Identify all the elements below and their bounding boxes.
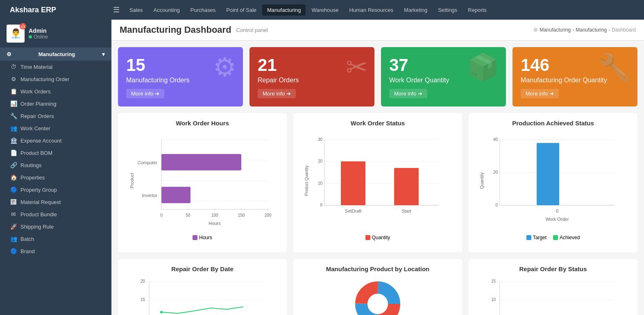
sidebar-item-property-group[interactable]: 🔵 Property Group — [0, 184, 111, 196]
svg-text:15: 15 — [141, 297, 145, 302]
expense-account-icon: 🏦 — [10, 137, 17, 144]
sidebar-item-routings[interactable]: 🔗 Routings — [0, 159, 111, 171]
more-info-button[interactable]: More info ➜ — [389, 89, 427, 98]
breadcrumb-manufacturing2[interactable]: Manufacturing — [576, 27, 607, 33]
sidebar-item-expense-account[interactable]: 🏦 Expense Account — [0, 134, 111, 147]
kpi-bg-icon: ✂ — [346, 52, 368, 82]
svg-text:10: 10 — [318, 181, 323, 186]
svg-text:0: 0 — [320, 203, 322, 207]
sidebar-item-product-bundle[interactable]: ✉ Product Bundle — [0, 208, 111, 220]
more-info-button[interactable]: More info ➜ — [126, 89, 164, 98]
sidebar-user-area: 👨‍💼 ⏻ Admin Online — [0, 20, 111, 48]
content-body: ⚙ 15 Manufacturing Orders More info ➜ ✂ … — [111, 41, 644, 315]
nav-settings[interactable]: Settings — [433, 5, 462, 16]
sidebar-item-repair-orders[interactable]: 🔧 Repair Orders — [0, 110, 111, 122]
legend-label: Hours — [199, 235, 212, 240]
sidebar-item-label: Properties — [20, 174, 45, 181]
svg-text:40: 40 — [493, 137, 498, 142]
svg-text:0: 0 — [160, 213, 163, 218]
sidebar-item-label: Time Material — [20, 64, 52, 70]
material-request-icon: 🅿 — [10, 199, 17, 205]
chevron-down-icon: ▾ — [102, 51, 105, 57]
sidebar-item-label: Shipping Rule — [20, 224, 54, 230]
more-info-button[interactable]: More info ➜ — [258, 89, 296, 98]
work-order-hours-chart: Work Order Hours Product Computer — [118, 113, 287, 252]
work-order-hours-svg: Product Computer Invertor — [125, 131, 280, 230]
sidebar-item-shipping-rule[interactable]: 🚀 Shipping Rule — [0, 220, 111, 233]
work-center-icon: 👥 — [10, 125, 17, 131]
sidebar-item-label: Work Center — [20, 125, 50, 131]
svg-text:100: 100 — [211, 213, 218, 218]
sidebar-item-work-orders[interactable]: 📋 Work Orders — [0, 85, 111, 97]
kpi-bg-icon: 🔧 — [598, 52, 631, 83]
sidebar-item-label: Routings — [20, 162, 41, 168]
repair-order-by-status-chart: Repair Order By Status 15 10 — [469, 259, 637, 315]
sidebar-item-manufacturing-order[interactable]: ⚙ Manufacturing Order — [0, 73, 111, 85]
nav-sales[interactable]: Sales — [125, 5, 148, 16]
breadcrumb-manufacturing1[interactable]: Manufacturing — [540, 27, 571, 33]
sidebar-item-label: Product Bundle — [20, 211, 57, 218]
sidebar-item-work-center[interactable]: 👥 Work Center — [0, 122, 111, 134]
arrow-icon: ➜ — [155, 91, 159, 97]
legend-color — [365, 235, 370, 240]
avatar-badge: ⏻ — [20, 23, 26, 29]
svg-rect-32 — [341, 161, 365, 205]
chart-title: Work Order Status — [300, 120, 456, 127]
kpi-repair-orders: ✂ 21 Repair Orders More info ➜ — [249, 47, 374, 107]
chart-legend: Quantity — [300, 235, 456, 240]
status-indicator — [29, 35, 32, 39]
svg-text:Product: Product — [129, 173, 134, 188]
svg-text:Work Order: Work Order — [546, 217, 569, 222]
svg-rect-45 — [537, 143, 559, 205]
shipping-rule-icon: 🚀 — [10, 223, 17, 230]
more-info-label: More info — [526, 91, 548, 97]
svg-text:15: 15 — [491, 279, 496, 283]
more-info-label: More info — [394, 91, 416, 97]
nav-manufacturing[interactable]: Manufacturing — [262, 5, 306, 16]
chart-title: Work Order Hours — [125, 120, 280, 127]
bottom-charts-row: Repair Order By Date 20 15 Manufact — [118, 259, 637, 315]
breadcrumb-sep2: › — [608, 27, 610, 33]
sidebar: 👨‍💼 ⏻ Admin Online ⚙ Manufacturing ▾ ⏱ — [0, 20, 111, 315]
svg-text:20: 20 — [141, 279, 145, 283]
nav-purchases[interactable]: Purchases — [186, 5, 220, 16]
nav-pos[interactable]: Point of Sale — [221, 5, 261, 16]
sidebar-item-product-bom[interactable]: 📄 Product BOM — [0, 147, 111, 159]
sidebar-item-properties[interactable]: 🏠 Properties — [0, 171, 111, 184]
legend-color — [193, 235, 197, 240]
sidebar-item-order-planning[interactable]: 📊 Order Planning — [0, 97, 111, 110]
breadcrumb-dashboard: Dashboard — [612, 27, 636, 33]
nav-hr[interactable]: Human Resources — [344, 5, 398, 16]
arrow-icon: ➜ — [286, 91, 291, 97]
kpi-work-order-qty: 📦 37 Work Order Quantity More info ➜ — [381, 47, 506, 107]
nav-reports[interactable]: Reports — [463, 5, 492, 16]
svg-text:30: 30 — [318, 137, 323, 142]
sidebar-item-time-material[interactable]: ⏱ Time Material — [0, 61, 111, 73]
sidebar-items-list: ⏱ Time Material ⚙ Manufacturing Order 📋 … — [0, 61, 111, 257]
chart-title: Repair Order By Status — [475, 265, 631, 272]
sidebar-item-brand[interactable]: 🔵 Brand — [0, 245, 111, 257]
kpi-row: ⚙ 15 Manufacturing Orders More info ➜ ✂ … — [118, 47, 637, 107]
nav-marketing[interactable]: Marketing — [399, 5, 432, 16]
nav-accounting[interactable]: Accounting — [149, 5, 185, 16]
arrow-icon: ➜ — [549, 91, 554, 97]
arrow-icon: ➜ — [418, 91, 422, 97]
more-info-button[interactable]: More info ➜ — [521, 89, 559, 98]
charts-row: Work Order Hours Product Computer — [118, 113, 637, 252]
svg-rect-9 — [161, 154, 241, 170]
hamburger-icon[interactable]: ☰ — [113, 5, 120, 14]
sidebar-manufacturing-section[interactable]: ⚙ Manufacturing ▾ — [0, 48, 111, 61]
manufacturing-section-label: Manufacturing — [39, 51, 75, 57]
property-group-icon: 🔵 — [10, 186, 17, 193]
sidebar-item-label: Property Group — [20, 187, 57, 193]
chart-title: Repair Order By Date — [125, 265, 280, 272]
svg-text:10: 10 — [491, 297, 496, 302]
breadcrumb: ⚙ Manufacturing › Manufacturing › Dashbo… — [533, 27, 636, 33]
mfg-by-location-svg — [300, 277, 456, 315]
manufacturing-section-icon: ⚙ — [7, 51, 11, 57]
sidebar-item-batch[interactable]: 👥 Batch — [0, 233, 111, 245]
work-order-status-chart: Work Order Status Product Quantity — [293, 113, 462, 252]
nav-warehouse[interactable]: Warehouse — [306, 5, 343, 16]
sidebar-item-material-request[interactable]: 🅿 Material Request — [0, 196, 111, 208]
chart-title: Production Achieved Status — [475, 120, 631, 127]
